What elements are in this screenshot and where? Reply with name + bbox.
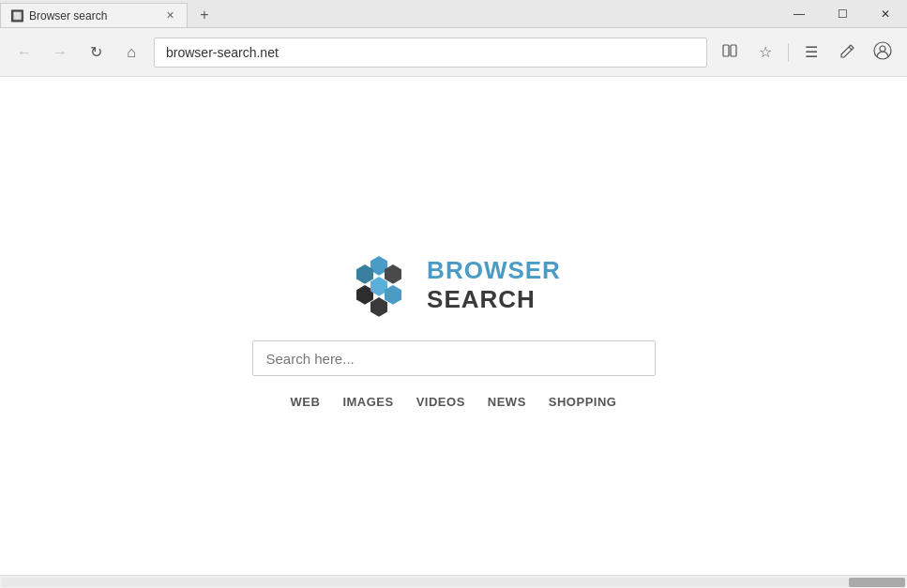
star-icon: ☆ <box>759 43 772 61</box>
search-input-wrapper <box>252 340 656 376</box>
brand-search-text: SEARCH <box>427 285 561 314</box>
scrollbar-track[interactable] <box>2 578 905 587</box>
pen-icon <box>839 42 855 63</box>
search-row <box>252 340 656 376</box>
tab-images[interactable]: IMAGES <box>342 391 393 413</box>
window-controls: — ☐ ✕ <box>778 0 907 27</box>
search-area: WEB IMAGES VIDEOS NEWS SHOPPING <box>252 340 656 413</box>
tab-title: Browser search <box>29 9 157 23</box>
close-tab-button[interactable]: ✕ <box>162 8 177 23</box>
make-note-button[interactable] <box>830 36 864 69</box>
tab-shopping[interactable]: SHOPPING <box>549 391 617 413</box>
reading-view-icon <box>721 42 738 63</box>
tab-area: 🔲 Browser search ✕ + <box>0 0 218 27</box>
tab-favicon: 🔲 <box>10 9 23 23</box>
home-icon: ⌂ <box>127 44 136 61</box>
reading-view-button[interactable] <box>713 36 747 69</box>
forward-button[interactable]: → <box>43 36 77 69</box>
title-bar: 🔲 Browser search ✕ + — ☐ ✕ <box>0 0 907 28</box>
page-content: BROWSER SEARCH WEB IMAGES VIDEOS NEWS SH… <box>0 77 907 588</box>
refresh-button[interactable]: ↻ <box>79 36 113 69</box>
profile-button[interactable] <box>866 36 899 69</box>
back-button[interactable]: ← <box>8 36 41 69</box>
tab-web[interactable]: WEB <box>291 391 321 413</box>
svg-rect-1 <box>731 45 736 56</box>
close-button[interactable]: ✕ <box>864 0 907 28</box>
favorites-button[interactable]: ☆ <box>748 36 782 69</box>
svg-rect-0 <box>723 45 729 56</box>
hub-button[interactable]: ☰ <box>794 36 828 69</box>
nav-bar: ← → ↻ ⌂ browser-search.net ☆ ☰ <box>0 28 907 77</box>
home-button[interactable]: ⌂ <box>114 36 148 69</box>
hub-icon: ☰ <box>805 43 818 61</box>
url-text: browser-search.net <box>166 45 279 60</box>
address-bar[interactable]: browser-search.net <box>154 38 707 68</box>
brand-logo <box>346 252 412 318</box>
brand-browser-text: BROWSER <box>427 256 561 285</box>
bottom-scrollbar[interactable] <box>0 575 907 588</box>
tab-news[interactable]: NEWS <box>488 391 526 413</box>
search-tabs: WEB IMAGES VIDEOS NEWS SHOPPING <box>291 391 617 413</box>
new-tab-button[interactable]: + <box>191 3 218 27</box>
toolbar-icons: ☆ ☰ <box>713 36 899 69</box>
brand-area: BROWSER SEARCH <box>346 252 561 318</box>
search-input[interactable] <box>252 340 656 376</box>
scrollbar-thumb[interactable] <box>849 578 905 587</box>
toolbar-divider <box>788 43 789 62</box>
restore-button[interactable]: ☐ <box>821 0 864 28</box>
active-tab[interactable]: 🔲 Browser search ✕ <box>0 3 188 27</box>
svg-point-3 <box>880 46 885 52</box>
brand-name: BROWSER SEARCH <box>427 256 561 314</box>
forward-icon: → <box>53 44 68 61</box>
profile-icon <box>873 41 892 64</box>
tab-videos[interactable]: VIDEOS <box>416 391 465 413</box>
svg-marker-10 <box>370 297 387 317</box>
back-icon: ← <box>17 44 32 61</box>
refresh-icon: ↻ <box>90 43 102 61</box>
minimize-button[interactable]: — <box>778 0 821 28</box>
